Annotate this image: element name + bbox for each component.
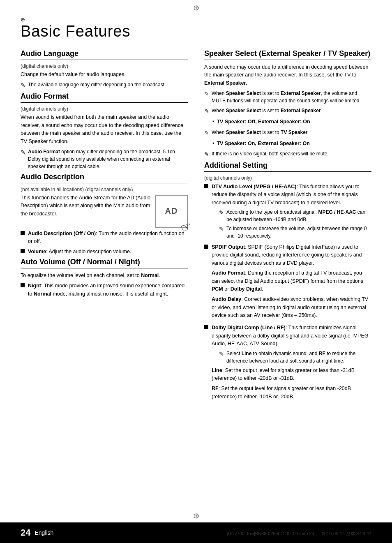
note-pencil-icon-6: ✎: [204, 150, 209, 159]
crosshair-top: ⊕: [193, 3, 199, 12]
section-title-audio-description: Audio Description: [21, 173, 188, 183]
body-audio-desc: This function handles the Audio Stream f…: [21, 194, 151, 218]
subbullet-text-1: TV Speaker: Off, External Speaker: On: [217, 118, 310, 126]
bullet-dtv-audio-level: DTV Audio Level (MPEG / HE-AAC): This fu…: [204, 183, 371, 241]
bullet-audio-desc-onoff: Audio Description (Off / On): Turn the a…: [21, 230, 188, 246]
section-title-audio-language: Audio Language: [21, 49, 188, 60]
section-speaker-select: Speaker Select (External Speaker / TV Sp…: [204, 49, 371, 159]
bullet-text-auto-volume-night: Night: This mode provides an improved so…: [28, 282, 188, 298]
language-label: English: [35, 529, 53, 536]
note-pencil-icon: ✎: [21, 81, 25, 90]
note-pencil-icon-7: ✎: [219, 208, 224, 217]
ad-box: AD ☞: [155, 195, 188, 228]
note-speaker-select-1: ✎ When Speaker Select is set to External…: [204, 90, 371, 104]
subbullet-text-2: TV Speaker: On, External Speaker: On: [217, 140, 309, 148]
note-text-dtv-1: According to the type of broadcast signa…: [226, 208, 371, 223]
note-text-speaker-select-2: When Speaker Select is set to External S…: [212, 107, 321, 114]
subbullet-speaker-select-3: • TV Speaker: On, External Speaker: On: [212, 140, 371, 148]
bullet-square-icon-5: [204, 245, 208, 249]
page: ⊕ ⊕ ⊕ Basic Features Audio Language (dig…: [0, 0, 392, 543]
note-text-speaker-select-1: When Speaker Select is set to External S…: [212, 90, 371, 104]
bullet-text-dtv-audio: DTV Audio Level (MPEG / HE-AAC): This fu…: [212, 183, 371, 241]
note-text-audio-format: Audio Format option may differ depending…: [28, 148, 188, 170]
note-dolby-1: ✎ Select Line to obtain dynamic sound, a…: [219, 350, 371, 365]
body-audio-format: When sound is emitted from both the main…: [21, 113, 188, 146]
file-name: [UC7700_Fre]BN68-02590G-00L04.indb 24: [227, 531, 314, 536]
spdif-audio-delay: Audio Delay: Correct audio-video sync pr…: [212, 296, 371, 319]
sub-bullet-dot-2: •: [212, 140, 214, 148]
section-title-audio-format: Audio Format: [21, 92, 188, 103]
crosshair-bottom-left: ⊕: [21, 16, 25, 23]
bullet-text-audio-desc-volume: Volume: Adjust the audio description vol…: [28, 248, 188, 256]
body-speaker-select: A sound echo may occur due to a differen…: [204, 63, 371, 87]
subtitle-additional-setting: (digital channels only): [204, 175, 371, 181]
date-info: 2010-05-14 오후 3:29:41: [322, 531, 371, 536]
subtitle-audio-desc: (not available in all locations) (digita…: [21, 187, 151, 192]
spdif-audio-format: Audio Format: During the reception of a …: [212, 269, 371, 293]
note-text-speaker-select-3: When Speaker Select is set to TV Speaker: [212, 129, 307, 136]
bullet-square-icon-2: [21, 249, 25, 253]
page-number: 24: [21, 527, 30, 538]
bullet-text-dolby: Dolby Digital Comp (Line / RF): This fun…: [212, 324, 371, 403]
body-audio-language: Change the default value for audio langu…: [21, 71, 188, 79]
body-auto-volume: To equalize the volume level on each cha…: [21, 272, 188, 280]
sub-bullet-dot-1: •: [212, 118, 214, 126]
file-info: [UC7700_Fre]BN68-02590G-00L04.indb 24 20…: [227, 531, 371, 537]
bullet-spdif-output: SPDIF Output: SPDIF (Sony Philips Digita…: [204, 243, 371, 322]
note-pencil-icon-2: ✎: [21, 148, 25, 157]
bullet-square-icon-3: [21, 283, 25, 287]
note-text-audio-language: The available language may differ depend…: [28, 81, 166, 88]
bullet-text-spdif: SPDIF Output: SPDIF (Sony Philips Digita…: [212, 243, 371, 322]
ad-label: AD: [165, 206, 178, 216]
section-auto-volume: Auto Volume (Off / Normal / Night) To eq…: [21, 258, 188, 298]
subtitle-audio-format: (digital channels only): [21, 106, 188, 112]
note-speaker-select-2: ✎ When Speaker Select is set to External…: [204, 107, 371, 116]
note-text-dtv-2: To increase or decrease the volume, adju…: [226, 225, 371, 240]
section-title-speaker-select: Speaker Select (External Speaker / TV Sp…: [204, 49, 371, 60]
section-title-auto-volume: Auto Volume (Off / Normal / Night): [21, 258, 188, 268]
right-column: Speaker Select (External Speaker / TV Sp…: [204, 49, 371, 405]
note-audio-language: ✎ The available language may differ depe…: [21, 81, 188, 90]
note-speaker-select-4: ✎ If there is no video signal, both spea…: [204, 150, 371, 159]
subtitle-audio-language: (digital channels only): [21, 63, 188, 69]
note-pencil-icon-3: ✎: [204, 90, 209, 98]
subbullet-speaker-select-2: • TV Speaker: Off, External Speaker: On: [212, 118, 371, 126]
bullet-text-audio-desc-onoff: Audio Description (Off / On): Turn the a…: [28, 230, 188, 246]
note-pencil-icon-4: ✎: [204, 107, 209, 116]
note-pencil-icon-5: ✎: [204, 129, 209, 137]
note-pencil-icon-9: ✎: [219, 350, 224, 358]
bullet-square-icon-4: [204, 184, 208, 188]
bullet-square-icon: [21, 231, 25, 235]
bullet-square-icon-6: [204, 325, 208, 329]
section-audio-language: Audio Language (digital channels only) C…: [21, 49, 188, 90]
section-audio-format: Audio Format (digital channels only) Whe…: [21, 92, 188, 170]
page-title: Basic Features: [21, 23, 371, 40]
left-column: Audio Language (digital channels only) C…: [21, 49, 188, 405]
crosshair-bottom-center: ⊕: [193, 511, 199, 520]
section-additional-setting: Additional Setting (digital channels onl…: [204, 161, 371, 403]
note-speaker-select-3: ✎ When Speaker Select is set to TV Speak…: [204, 129, 371, 137]
dolby-line: Line: Set the output level for signals g…: [212, 367, 371, 383]
note-dtv-audio-1: ✎ According to the type of broadcast sig…: [219, 208, 371, 223]
audio-desc-text-block: (not available in all locations) (digita…: [21, 187, 151, 228]
note-audio-format: ✎ Audio Format option may differ dependi…: [21, 148, 188, 170]
two-column-layout: Audio Language (digital channels only) C…: [21, 49, 371, 405]
note-text-speaker-select-4: If there is no video signal, both speake…: [212, 150, 329, 157]
note-dtv-audio-2: ✎ To increase or decrease the volume, ad…: [219, 225, 371, 240]
note-text-dolby-1: Select Line to obtain dynamic sound, and…: [226, 350, 371, 365]
bullet-audio-desc-volume: Volume: Adjust the audio description vol…: [21, 248, 188, 256]
audio-desc-layout: (not available in all locations) (digita…: [21, 187, 188, 228]
bullet-dolby-digital-comp: Dolby Digital Comp (Line / RF): This fun…: [204, 324, 371, 403]
section-audio-description: Audio Description (not available in all …: [21, 173, 188, 256]
dolby-rf: RF: Set the output level for signals gre…: [212, 385, 371, 401]
note-pencil-icon-8: ✎: [219, 225, 224, 233]
section-title-additional-setting: Additional Setting: [204, 161, 371, 172]
bullet-auto-volume-night: Night: This mode provides an improved so…: [21, 282, 188, 298]
